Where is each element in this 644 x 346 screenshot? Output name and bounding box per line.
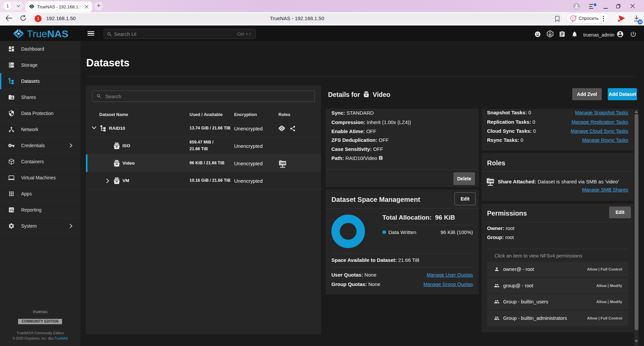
svg-text:?: ? <box>572 17 574 20</box>
